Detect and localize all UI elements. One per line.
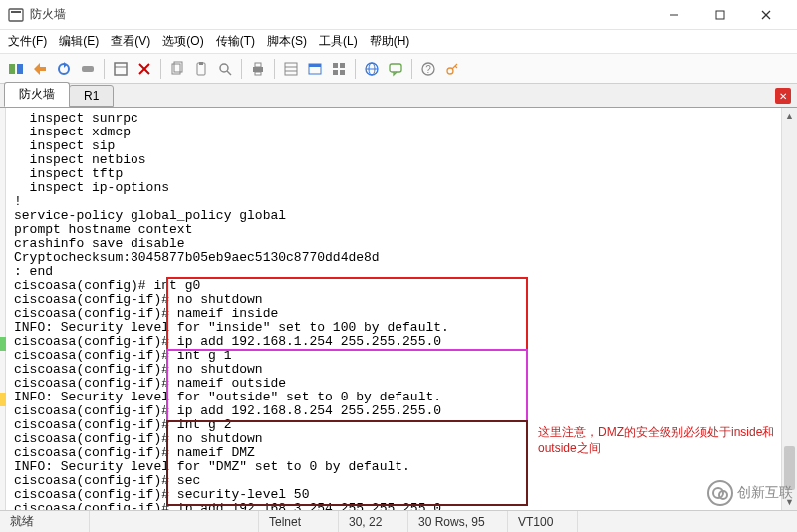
tab-r1[interactable]: R1 bbox=[69, 85, 114, 107]
toolbar-separator bbox=[355, 59, 356, 79]
annotation-note: 这里注意，DMZ的安全级别必须处于inside和 outside之间 bbox=[538, 424, 787, 456]
window-controls bbox=[652, 0, 789, 30]
svg-rect-9 bbox=[82, 66, 94, 72]
svg-text:?: ? bbox=[425, 64, 431, 75]
status-ready: 就绪 bbox=[0, 511, 90, 532]
tab-firewall[interactable]: 防火墙 bbox=[4, 82, 70, 107]
window-title: 防火墙 bbox=[30, 6, 652, 23]
menu-file[interactable]: 文件(F) bbox=[8, 33, 47, 50]
svg-line-19 bbox=[227, 71, 231, 75]
toolbar-separator bbox=[104, 59, 105, 79]
svg-rect-27 bbox=[309, 64, 321, 67]
keymap-icon[interactable] bbox=[442, 59, 462, 79]
menubar: 文件(F) 编辑(E) 查看(V) 选项(O) 传输(T) 脚本(S) 工具(L… bbox=[0, 30, 797, 54]
svg-rect-22 bbox=[255, 72, 261, 75]
status-term: VT100 bbox=[508, 511, 578, 532]
tab-close-icon[interactable]: ✕ bbox=[775, 88, 791, 104]
annotation-note-line2: outside之间 bbox=[538, 441, 601, 455]
svg-rect-29 bbox=[340, 63, 345, 68]
svg-rect-35 bbox=[390, 64, 401, 72]
toolbar-separator bbox=[241, 59, 242, 79]
menu-options[interactable]: 选项(O) bbox=[162, 33, 203, 50]
status-protocol: Telnet bbox=[259, 511, 339, 532]
menu-tools[interactable]: 工具(L) bbox=[319, 33, 358, 50]
properties-icon[interactable] bbox=[281, 59, 301, 79]
toolbar-separator bbox=[274, 59, 275, 79]
svg-rect-7 bbox=[17, 64, 23, 74]
titlebar: 防火墙 bbox=[0, 0, 797, 30]
close-button[interactable] bbox=[743, 0, 789, 30]
svg-rect-20 bbox=[253, 67, 263, 72]
chat-icon[interactable] bbox=[386, 59, 405, 79]
help-icon[interactable]: ? bbox=[418, 59, 438, 79]
status-rows: 30 Rows, 95 bbox=[408, 511, 508, 532]
svg-rect-21 bbox=[255, 63, 261, 67]
session-options-icon[interactable] bbox=[111, 59, 131, 79]
print-icon[interactable] bbox=[248, 59, 268, 79]
globe-icon[interactable] bbox=[362, 59, 382, 79]
scroll-up-icon[interactable]: ▲ bbox=[782, 108, 797, 124]
svg-rect-28 bbox=[333, 63, 338, 68]
statusbar: 就绪 Telnet 30, 22 30 Rows, 95 VT100 bbox=[0, 510, 797, 532]
tabstrip: 防火墙 R1 ✕ bbox=[0, 84, 797, 108]
svg-point-18 bbox=[220, 64, 228, 72]
watermark-logo-icon bbox=[707, 480, 733, 506]
session-manager-icon[interactable] bbox=[6, 59, 26, 79]
minimize-button[interactable] bbox=[652, 0, 697, 30]
svg-rect-1 bbox=[11, 11, 21, 13]
svg-line-40 bbox=[455, 66, 457, 68]
menu-view[interactable]: 查看(V) bbox=[111, 33, 150, 50]
app-icon bbox=[8, 7, 24, 23]
cancel-icon[interactable] bbox=[134, 59, 154, 79]
annotation-note-line1: 这里注意，DMZ的安全级别必须处于inside和 bbox=[538, 425, 774, 439]
status-cursor: 30, 22 bbox=[339, 511, 408, 532]
svg-rect-30 bbox=[333, 70, 338, 75]
find-icon[interactable] bbox=[215, 59, 235, 79]
toolbar-separator bbox=[160, 59, 161, 79]
watermark: 创新互联 bbox=[707, 480, 793, 506]
menu-help[interactable]: 帮助(H) bbox=[370, 33, 410, 50]
menu-edit[interactable]: 编辑(E) bbox=[59, 33, 99, 50]
svg-rect-6 bbox=[9, 64, 15, 74]
reconnect-icon[interactable] bbox=[54, 59, 74, 79]
svg-rect-0 bbox=[9, 9, 23, 21]
toolbar: ? bbox=[0, 54, 797, 84]
quick-connect-icon[interactable] bbox=[30, 59, 50, 79]
svg-rect-31 bbox=[340, 70, 345, 75]
svg-rect-10 bbox=[115, 63, 127, 75]
svg-rect-23 bbox=[285, 63, 297, 75]
svg-rect-3 bbox=[716, 11, 724, 19]
menu-script[interactable]: 脚本(S) bbox=[267, 33, 307, 50]
paste-icon[interactable] bbox=[191, 59, 211, 79]
menu-transfer[interactable]: 传输(T) bbox=[216, 33, 255, 50]
svg-rect-17 bbox=[199, 62, 203, 65]
copy-icon[interactable] bbox=[167, 59, 187, 79]
session-window-icon[interactable] bbox=[305, 59, 325, 79]
watermark-text: 创新互联 bbox=[737, 484, 793, 502]
tile-icon[interactable] bbox=[329, 59, 349, 79]
toolbar-separator bbox=[411, 59, 412, 79]
maximize-button[interactable] bbox=[697, 0, 743, 30]
disconnect-icon[interactable] bbox=[78, 59, 98, 79]
